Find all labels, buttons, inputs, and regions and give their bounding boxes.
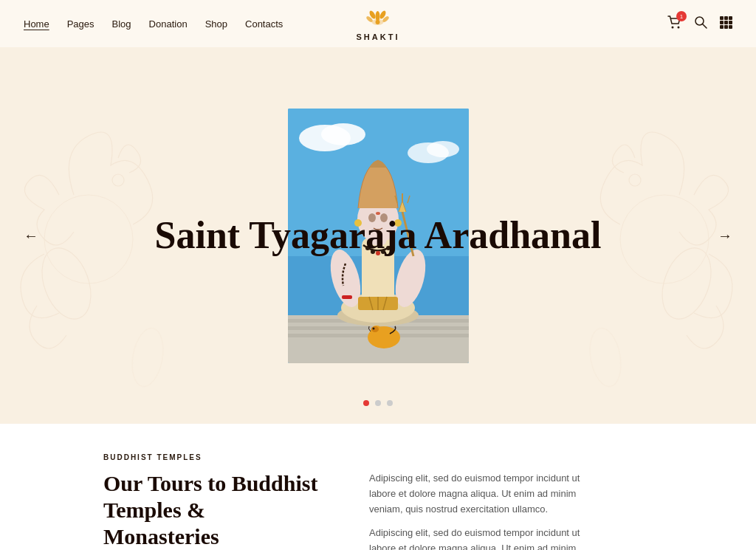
svg-point-61 [372, 327, 374, 329]
cart-badge: 1 [676, 11, 687, 21]
svg-rect-18 [724, 25, 728, 29]
nav-item-blog[interactable]: Blog [112, 18, 131, 30]
svg-rect-56 [342, 295, 352, 299]
logo-text: SHAKTI [357, 32, 400, 41]
svg-rect-15 [724, 21, 728, 24]
svg-rect-11 [720, 16, 724, 20]
header: Home Pages Blog Donation Shop Contacts S… [0, 0, 756, 47]
search-button[interactable] [694, 16, 707, 32]
main-nav: Home Pages Blog Donation Shop Contacts [24, 18, 283, 30]
svg-line-10 [703, 24, 707, 29]
hero-prev-button[interactable]: ← [18, 221, 44, 250]
grid-menu-button[interactable] [719, 16, 732, 32]
svg-point-23 [128, 326, 167, 389]
svg-point-60 [371, 326, 379, 332]
nav-item-donation[interactable]: Donation [149, 18, 188, 30]
svg-rect-13 [729, 16, 732, 20]
svg-rect-14 [720, 21, 724, 24]
cart-button[interactable]: 1 [667, 16, 682, 32]
svg-point-33 [427, 141, 459, 157]
content-desc-1: Adipiscing elit, sed do euismod tempor i… [369, 471, 608, 517]
hero-next-button[interactable]: → [712, 221, 738, 250]
svg-point-1 [376, 11, 380, 21]
nav-item-contacts[interactable]: Contacts [245, 18, 283, 30]
svg-point-22 [112, 174, 124, 186]
content-left: BUDDHIST TEMPLES Our Tours to Buddhist T… [103, 453, 325, 550]
content-section: BUDDHIST TEMPLES Our Tours to Buddhist T… [0, 424, 756, 550]
hero-dot-2[interactable] [375, 400, 381, 406]
hero-slide-title: Saint Tyagaraja Aradhanal [120, 214, 636, 256]
svg-point-8 [678, 27, 680, 29]
svg-point-26 [629, 174, 641, 186]
content-category: BUDDHIST TEMPLES [103, 453, 325, 461]
svg-rect-17 [720, 25, 724, 29]
hero-dot-1[interactable] [363, 400, 369, 406]
nav-right: 1 [667, 16, 732, 32]
svg-point-27 [585, 326, 625, 389]
hero-dots [363, 400, 393, 406]
logo-icon [366, 6, 390, 31]
logo[interactable]: SHAKTI [357, 6, 400, 41]
svg-rect-12 [724, 16, 728, 20]
hero-dot-3[interactable] [387, 400, 393, 406]
svg-point-25 [653, 241, 721, 326]
svg-point-7 [672, 27, 674, 29]
nav-item-home[interactable]: Home [24, 18, 49, 30]
svg-rect-19 [729, 25, 732, 29]
svg-point-31 [321, 123, 365, 145]
hero-section: ← Saint Tyagaraja Aradhanal [0, 47, 756, 424]
svg-point-6 [376, 20, 380, 24]
content-description: Adipiscing elit, sed do euismod tempor i… [369, 453, 608, 550]
svg-point-21 [33, 241, 100, 326]
content-title: Our Tours to Buddhist Temples & Monaster… [103, 470, 325, 550]
nav-item-pages[interactable]: Pages [67, 18, 94, 30]
nav-item-shop[interactable]: Shop [205, 18, 227, 30]
content-desc-2: Adipiscing elit, sed do euismod tempor i… [369, 526, 608, 550]
svg-rect-16 [729, 21, 732, 24]
